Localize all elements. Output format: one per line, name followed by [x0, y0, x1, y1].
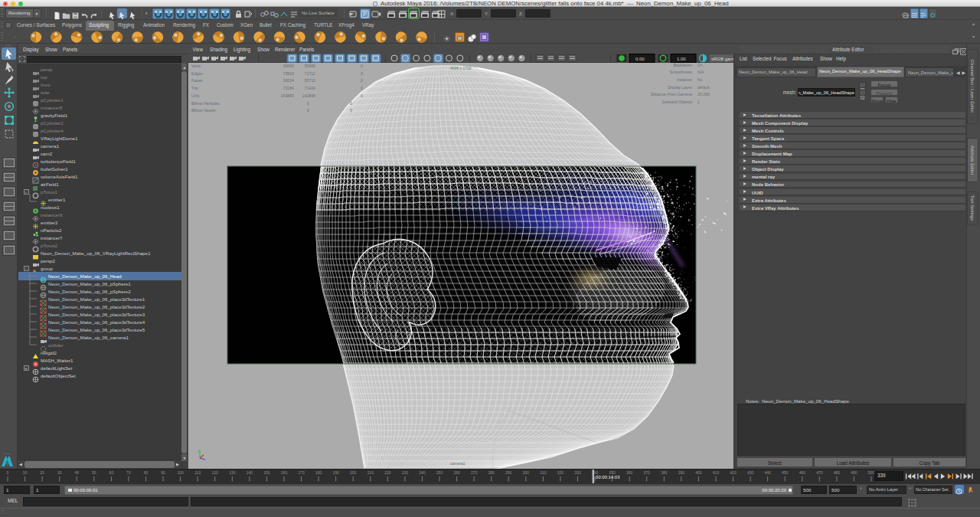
svg-text:250: 250: [436, 470, 443, 475]
svg-text:120: 120: [212, 470, 219, 475]
svg-text:320: 320: [557, 470, 564, 475]
svg-text:40: 40: [74, 470, 79, 475]
svg-text:260: 260: [453, 470, 460, 475]
svg-text:00:00:14:03: 00:00:14:03: [596, 475, 620, 479]
svg-text:230: 230: [402, 470, 409, 475]
svg-text:460: 460: [799, 470, 806, 475]
svg-text:70: 70: [126, 470, 131, 475]
svg-text:110: 110: [194, 470, 201, 475]
svg-text:30: 30: [57, 470, 62, 475]
svg-text:420: 420: [730, 470, 737, 475]
svg-text:360: 360: [626, 470, 633, 475]
svg-text:470: 470: [816, 470, 823, 475]
svg-text:240: 240: [419, 470, 426, 475]
svg-text:80: 80: [144, 470, 149, 475]
svg-text:290: 290: [505, 470, 512, 475]
svg-text:330: 330: [574, 470, 581, 475]
svg-text:60: 60: [109, 470, 114, 475]
svg-text:270: 270: [471, 470, 478, 475]
svg-text:210: 210: [368, 470, 374, 475]
svg-text:480: 480: [834, 470, 841, 475]
svg-text:140: 140: [247, 470, 253, 475]
svg-text:490: 490: [851, 470, 858, 475]
svg-text:160: 160: [281, 470, 288, 475]
svg-text:280: 280: [488, 470, 495, 475]
svg-text:450: 450: [782, 470, 789, 475]
svg-text:370: 370: [644, 470, 651, 475]
svg-text:380: 380: [661, 470, 668, 475]
svg-text:130: 130: [229, 470, 236, 475]
svg-text:10: 10: [23, 470, 28, 475]
svg-text:20: 20: [40, 470, 44, 475]
svg-text:350: 350: [609, 470, 616, 475]
svg-text:180: 180: [315, 470, 322, 475]
svg-text:440: 440: [764, 470, 771, 475]
svg-text:y: y: [198, 449, 199, 453]
svg-text:410: 410: [713, 470, 720, 475]
svg-text:400: 400: [695, 470, 702, 475]
svg-text:100: 100: [177, 470, 184, 475]
svg-text:150: 150: [263, 470, 270, 475]
svg-text:190: 190: [332, 470, 339, 475]
svg-text:50: 50: [92, 470, 96, 475]
svg-text:0: 0: [7, 470, 9, 475]
svg-text:90: 90: [161, 470, 165, 475]
svg-text:220: 220: [384, 470, 391, 475]
svg-text:310: 310: [540, 470, 547, 475]
svg-text:390: 390: [678, 470, 685, 475]
svg-text:430: 430: [747, 470, 754, 475]
svg-text:200: 200: [350, 470, 357, 475]
svg-text:170: 170: [298, 470, 305, 475]
svg-text:300: 300: [523, 470, 530, 475]
